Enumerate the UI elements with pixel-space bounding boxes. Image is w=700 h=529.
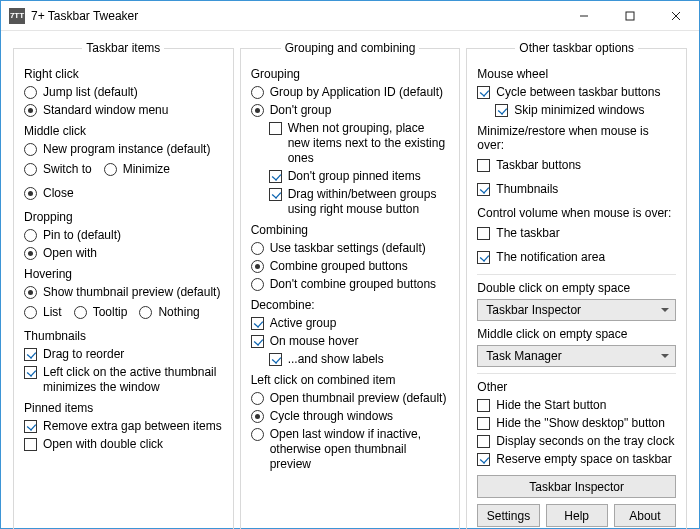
taskbar-inspector-button[interactable]: Taskbar Inspector: [477, 475, 676, 498]
other-hide-desktop-check[interactable]: Hide the "Show desktop" button: [477, 416, 676, 431]
pinned-label: Pinned items: [24, 401, 223, 415]
other-reserve-space-check[interactable]: Reserve empty space on taskbar: [477, 452, 676, 467]
help-button[interactable]: Help: [546, 504, 608, 527]
app-window: 7TT 7+ Taskbar Tweaker Taskbar items Rig…: [0, 0, 700, 529]
thumbnails-drag-reorder-check[interactable]: Drag to reorder: [24, 347, 223, 362]
middle-click-empty-label: Middle click on empty space: [477, 327, 676, 341]
leftclick-combined-label: Left click on combined item: [251, 373, 450, 387]
middle-click-value: Task Manager: [486, 349, 561, 363]
svg-rect-1: [626, 12, 634, 20]
minimize-restore-label: Minimize/restore when mouse is over:: [477, 124, 676, 152]
combining-label: Combining: [251, 223, 450, 237]
app-icon: 7TT: [9, 8, 25, 24]
hovering-label: Hovering: [24, 267, 223, 281]
middle-click-switch-to-radio[interactable]: Switch to: [24, 162, 92, 177]
right-click-label: Right click: [24, 67, 223, 81]
taskbar-items-legend: Taskbar items: [82, 41, 164, 55]
dropping-pin-to-radio[interactable]: Pin to (default): [24, 228, 223, 243]
chevron-down-icon: [661, 308, 669, 312]
other-tray-seconds-check[interactable]: Display seconds on the tray clock: [477, 434, 676, 449]
double-click-dropdown[interactable]: Taskbar Inspector: [477, 299, 676, 321]
grouping-by-appid-radio[interactable]: Group by Application ID (default): [251, 85, 450, 100]
combining-use-taskbar-radio[interactable]: Use taskbar settings (default): [251, 241, 450, 256]
wheel-skip-min-check[interactable]: Skip minimized windows: [495, 103, 676, 118]
leftclick-open-last-radio[interactable]: Open last window if inactive, otherwise …: [251, 427, 450, 472]
hovering-nothing-radio[interactable]: Nothing: [139, 305, 199, 320]
control-volume-label: Control volume when mouse is over:: [477, 206, 676, 220]
volume-notification-check[interactable]: The notification area: [477, 250, 605, 265]
double-click-value: Taskbar Inspector: [486, 303, 581, 317]
hovering-thumb-preview-radio[interactable]: Show thumbnail preview (default): [24, 285, 223, 300]
close-window-button[interactable]: [653, 1, 699, 31]
decombine-active-group-check[interactable]: Active group: [251, 316, 450, 331]
grouping-combining-group: Grouping and combining Grouping Group by…: [240, 41, 461, 529]
mouse-wheel-label: Mouse wheel: [477, 67, 676, 81]
wheel-cycle-check[interactable]: Cycle between taskbar buttons: [477, 85, 676, 100]
grouping-place-next-check[interactable]: When not grouping, place new items next …: [269, 121, 450, 166]
pinned-remove-gap-check[interactable]: Remove extra gap between items: [24, 419, 223, 434]
dropping-label: Dropping: [24, 210, 223, 224]
thumbnails-label: Thumbnails: [24, 329, 223, 343]
other-label: Other: [477, 380, 676, 394]
grouping-dont-group-radio[interactable]: Don't group: [251, 103, 450, 118]
right-click-jump-list-radio[interactable]: Jump list (default): [24, 85, 223, 100]
taskbar-items-group: Taskbar items Right click Jump list (def…: [13, 41, 234, 529]
right-click-standard-menu-radio[interactable]: Standard window menu: [24, 103, 223, 118]
other-options-group: Other taskbar options Mouse wheel Cycle …: [466, 41, 687, 529]
volume-taskbar-check[interactable]: The taskbar: [477, 226, 559, 241]
titlebar: 7TT 7+ Taskbar Tweaker: [1, 1, 699, 31]
middle-click-minimize-radio[interactable]: Minimize: [104, 162, 170, 177]
middle-click-close-radio[interactable]: Close: [24, 186, 74, 201]
settings-button[interactable]: Settings: [477, 504, 539, 527]
combining-dont-combine-radio[interactable]: Don't combine grouped buttons: [251, 277, 450, 292]
decombine-label: Decombine:: [251, 298, 450, 312]
decombine-show-labels-check[interactable]: ...and show labels: [269, 352, 450, 367]
pinned-open-double-check[interactable]: Open with double click: [24, 437, 223, 452]
grouping-drag-between-check[interactable]: Drag within/between groups using right m…: [269, 187, 450, 217]
grouping-label: Grouping: [251, 67, 450, 81]
other-options-legend: Other taskbar options: [515, 41, 638, 55]
minrestore-thumbnails-check[interactable]: Thumbnails: [477, 182, 558, 197]
grouping-dont-group-pinned-check[interactable]: Don't group pinned items: [269, 169, 450, 184]
leftclick-open-thumb-radio[interactable]: Open thumbnail preview (default): [251, 391, 450, 406]
hovering-tooltip-radio[interactable]: Tooltip: [74, 305, 128, 320]
thumbnails-leftclick-min-check[interactable]: Left click on the active thumbnail minim…: [24, 365, 223, 395]
maximize-window-button[interactable]: [607, 1, 653, 31]
hovering-list-radio[interactable]: List: [24, 305, 62, 320]
leftclick-cycle-radio[interactable]: Cycle through windows: [251, 409, 450, 424]
minimize-window-button[interactable]: [561, 1, 607, 31]
middle-click-dropdown[interactable]: Task Manager: [477, 345, 676, 367]
combining-combine-grouped-radio[interactable]: Combine grouped buttons: [251, 259, 450, 274]
minrestore-taskbar-buttons-check[interactable]: Taskbar buttons: [477, 158, 581, 173]
double-click-label: Double click on empty space: [477, 281, 676, 295]
decombine-on-hover-check[interactable]: On mouse hover: [251, 334, 450, 349]
about-button[interactable]: About: [614, 504, 676, 527]
middle-click-label: Middle click: [24, 124, 223, 138]
chevron-down-icon: [661, 354, 669, 358]
window-title: 7+ Taskbar Tweaker: [31, 9, 561, 23]
middle-click-new-instance-radio[interactable]: New program instance (default): [24, 142, 223, 157]
grouping-combining-legend: Grouping and combining: [281, 41, 420, 55]
dropping-open-with-radio[interactable]: Open with: [24, 246, 223, 261]
other-hide-start-check[interactable]: Hide the Start button: [477, 398, 676, 413]
